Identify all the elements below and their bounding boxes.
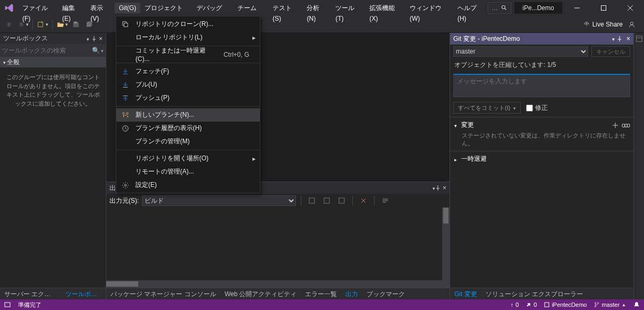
menu-ウィンドウ[interactable]: ウィンドウ(W)	[405, 3, 453, 13]
solution-name[interactable]: iPe...Demo	[514, 2, 562, 14]
nav-forward-button[interactable]	[17, 19, 29, 30]
svg-point-6	[6, 21, 12, 27]
toolbox-section-general[interactable]: 全般	[0, 57, 106, 67]
more-icon[interactable]: ooo	[622, 122, 629, 129]
output-tool-3[interactable]	[336, 195, 348, 206]
fetch-icon	[121, 68, 130, 75]
changes-section[interactable]: 変更 ooo	[454, 120, 629, 130]
menu-表示[interactable]: 表示(V)	[86, 3, 114, 13]
live-share-button[interactable]: Live Share	[583, 21, 623, 28]
menu-プロジェクト[interactable]: プロジェクト(P)	[140, 3, 192, 13]
svg-point-19	[124, 184, 126, 186]
scrollbar-horizontal[interactable]	[106, 280, 442, 288]
status-branch[interactable]: master ▲	[594, 302, 626, 308]
notifications-icon[interactable]	[633, 302, 640, 308]
output-body	[106, 208, 450, 288]
status-icon	[4, 302, 11, 308]
save-all-button[interactable]	[84, 19, 96, 30]
svg-rect-21	[324, 198, 329, 203]
pin-icon[interactable]	[617, 36, 622, 41]
menu-item-ブランチの管理M[interactable]: ブランチの管理(M)	[116, 135, 260, 148]
ellipsis-icon: …	[492, 4, 498, 12]
output-wrap-button[interactable]	[379, 195, 391, 206]
tab-ブックマーク[interactable]: ブックマーク	[362, 288, 409, 299]
search-icon: 🔍	[92, 47, 100, 54]
menu-item-リモートの管理A[interactable]: リモートの管理(A)...	[116, 165, 260, 178]
menu-item-コミットまたは一時退避C[interactable]: コミットまたは一時退避(C)...Ctrl+0, G	[116, 48, 260, 61]
cancel-button[interactable]: キャンセル	[591, 46, 630, 57]
tab-ソリューション エクスプローラー[interactable]: ソリューション エクスプローラー	[481, 288, 587, 299]
menu-item-新しいブランチN[interactable]: 新しいブランチ(N)...	[116, 108, 260, 122]
branch-select[interactable]: master	[453, 46, 588, 57]
git-changes-header: Git 変更 - iPentecDemo ×	[450, 33, 633, 45]
tab-Git 変更[interactable]: Git 変更	[450, 288, 481, 299]
tab-エラー一覧[interactable]: エラー一覧	[301, 288, 341, 299]
output-tool-1[interactable]	[306, 195, 318, 206]
svg-rect-26	[545, 303, 549, 307]
status-pending-down[interactable]: 0	[526, 302, 537, 308]
pin-icon[interactable]	[91, 36, 97, 41]
menu-デバッグ[interactable]: デバッグ(D)	[192, 3, 233, 13]
nav-back-button[interactable]	[3, 19, 15, 30]
tab-ツールボックス[interactable]: ツールボックス	[61, 288, 106, 299]
menu-item-リポジトリを開く場所O[interactable]: リポジトリを開く場所(O)▸	[116, 152, 260, 165]
tab-サーバー エクスプロ...[interactable]: サーバー エクスプロ...	[0, 288, 61, 299]
toolbox-options-icon[interactable]	[86, 35, 89, 42]
menu-分析[interactable]: 分析(N)	[302, 3, 331, 13]
menu-item-プルU[interactable]: プル(U)	[116, 78, 260, 91]
pin-icon[interactable]	[435, 185, 440, 191]
plus-icon[interactable]	[612, 122, 618, 128]
vs-logo-icon	[0, 3, 18, 13]
feedback-icon[interactable]	[628, 21, 635, 28]
output-options-icon[interactable]	[431, 184, 435, 192]
scrollbar-vertical[interactable]	[442, 208, 450, 288]
new-project-button[interactable]	[37, 19, 48, 30]
commit-message-input[interactable]	[453, 74, 630, 97]
close-icon[interactable]: ×	[626, 35, 630, 42]
tab-Web 公開アクティビティ[interactable]: Web 公開アクティビティ	[221, 288, 301, 299]
menu-拡張機能[interactable]: 拡張機能(X)	[365, 3, 405, 13]
output-tool-2[interactable]	[321, 195, 333, 206]
menu-item-プッシュP[interactable]: プッシュ(P)	[116, 91, 260, 105]
tab-出力[interactable]: 出力	[341, 288, 362, 299]
menu-git[interactable]: Git(G)	[115, 3, 141, 13]
save-button[interactable]	[70, 19, 82, 30]
menu-編集[interactable]: 編集(E)	[58, 3, 86, 13]
menu-item-ローカル リポジトリL[interactable]: ローカル リポジトリ(L)▸	[116, 31, 260, 44]
status-repo[interactable]: iPentecDemo	[544, 302, 587, 308]
toolbox-search[interactable]: 🔍	[0, 44, 106, 57]
svg-point-0	[502, 6, 505, 9]
changes-empty-message: ステージされていない変更は、作業ディレクトリに存在しません。	[454, 130, 629, 148]
amend-checkbox[interactable]: 修正	[526, 104, 548, 113]
menu-item-ブランチ履歴の表示H[interactable]: ブランチ履歴の表示(H)	[116, 122, 260, 135]
quick-launch[interactable]: …	[488, 2, 511, 14]
toolbox-search-input[interactable]	[2, 47, 92, 54]
menu-ツール[interactable]: ツール(T)	[331, 3, 365, 13]
svg-rect-9	[74, 21, 77, 23]
open-button[interactable]	[56, 19, 68, 30]
close-icon[interactable]: ×	[443, 184, 446, 192]
output-clear-button[interactable]	[358, 195, 369, 206]
commit-all-button[interactable]: すべてをコミット(I)	[453, 102, 521, 114]
close-icon[interactable]: ×	[99, 35, 103, 42]
properties-icon[interactable]	[635, 35, 643, 42]
status-pending-up[interactable]: ↑0	[511, 302, 519, 308]
maximize-button[interactable]	[592, 0, 615, 16]
close-button[interactable]	[618, 0, 642, 16]
menu-item-リポジトリのクローンR[interactable]: リポジトリのクローン(R)...	[116, 18, 260, 31]
menu-チーム[interactable]: チーム(M)	[233, 3, 268, 13]
svg-rect-3	[601, 6, 606, 11]
output-source-label: 出力元(S):	[109, 196, 139, 205]
output-source-select[interactable]: ビルド	[142, 195, 296, 206]
git-options-icon[interactable]	[611, 35, 615, 42]
tab-パッケージ マネージャー コンソール[interactable]: パッケージ マネージャー コンソール	[106, 288, 221, 299]
menu-item-設定E[interactable]: 設定(E)	[116, 178, 260, 192]
menu-テスト[interactable]: テスト(S)	[268, 3, 302, 13]
svg-rect-12	[124, 23, 128, 27]
menu-ファイル[interactable]: ファイル(F)	[18, 3, 58, 13]
menu-item-フェッチF[interactable]: フェッチ(F)	[116, 65, 260, 78]
menu-ヘルプ[interactable]: ヘルプ(H)	[453, 3, 488, 13]
svg-line-1	[505, 8, 506, 10]
minimize-button[interactable]	[565, 0, 589, 16]
stash-section[interactable]: 一時退避	[454, 154, 629, 163]
